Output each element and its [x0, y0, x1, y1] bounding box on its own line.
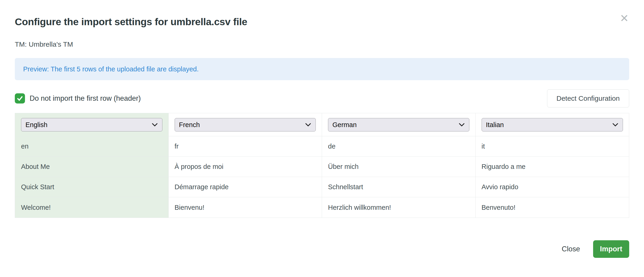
table-row: Quick Start Démarrage rapide Schnellstar… — [15, 177, 629, 197]
table-cell: en — [15, 136, 169, 157]
checkmark-icon — [16, 95, 23, 102]
header-cell-source: English — [15, 113, 169, 136]
preview-info-text: Preview: The first 5 rows of the uploade… — [23, 65, 199, 73]
table-cell: Riguardo a me — [476, 157, 629, 177]
table-cell: Über mich — [322, 157, 476, 177]
table-cell: Herzlich willkommen! — [322, 197, 476, 218]
language-select-column-2[interactable]: French — [175, 118, 316, 131]
table-cell: Démarrage rapide — [169, 177, 322, 197]
close-icon[interactable]: ✕ — [620, 13, 629, 23]
table-cell: Schnellstart — [322, 177, 476, 197]
language-select-column-1[interactable]: English — [21, 118, 162, 131]
header-cell: Italian — [476, 113, 629, 136]
table-cell: Benvenuto! — [476, 197, 629, 218]
table-cell: de — [322, 136, 476, 157]
table-row: Welcome! Bienvenu! Herzlich willkommen! … — [15, 197, 629, 218]
header-cell: French — [169, 113, 322, 136]
import-button[interactable]: Import — [593, 240, 629, 258]
table-cell: Bienvenu! — [169, 197, 322, 218]
table-row: About Me À propos de moi Über mich Rigua… — [15, 157, 629, 177]
dialog-footer: Close Import — [15, 240, 629, 258]
header-cell: German — [322, 113, 476, 136]
table-cell: Welcome! — [15, 197, 169, 218]
table-cell: it — [476, 136, 629, 157]
controls-row: Do not import the first row (header) Det… — [15, 89, 629, 107]
detect-configuration-button[interactable]: Detect Configuration — [547, 89, 630, 107]
preview-table: English French — [15, 113, 629, 218]
table-cell: fr — [169, 136, 322, 157]
page-title: Configure the import settings for umbrel… — [15, 16, 629, 27]
table-row: en fr de it — [15, 136, 629, 157]
table-cell: Avvio rapido — [476, 177, 629, 197]
checkbox-label: Do not import the first row (header) — [30, 94, 141, 103]
table-cell: À propos de moi — [169, 157, 322, 177]
language-select-wrap: German — [328, 118, 469, 131]
tm-label: TM: Umbrella's TM — [15, 40, 629, 48]
language-select-wrap: French — [175, 118, 316, 131]
language-select-wrap: Italian — [482, 118, 623, 131]
import-settings-dialog: Configure the import settings for umbrel… — [0, 0, 644, 277]
checkbox-checked-icon[interactable] — [15, 93, 25, 103]
close-button[interactable]: Close — [562, 245, 580, 253]
table-header-row: English French — [15, 113, 629, 136]
language-select-column-3[interactable]: German — [328, 118, 469, 131]
header-row-checkbox-group[interactable]: Do not import the first row (header) — [15, 93, 141, 103]
preview-info-banner: Preview: The first 5 rows of the uploade… — [15, 58, 629, 80]
table-cell: Quick Start — [15, 177, 169, 197]
language-select-wrap: English — [21, 118, 162, 131]
language-select-column-4[interactable]: Italian — [482, 118, 623, 131]
table-cell: About Me — [15, 157, 169, 177]
